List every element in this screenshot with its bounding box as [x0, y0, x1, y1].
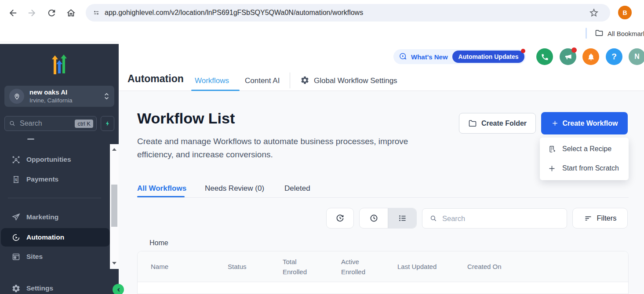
plus-icon: [551, 120, 559, 127]
phone-button[interactable]: [536, 48, 553, 65]
bookmarks-folder-icon[interactable]: [595, 29, 604, 37]
page-title: Automation: [127, 73, 184, 85]
time-view-button[interactable]: [360, 208, 388, 228]
opportunities-icon: [11, 155, 21, 164]
notifications-button[interactable]: [582, 48, 599, 65]
sidebar-divider: [8, 198, 101, 198]
column-header-active-enrolled[interactable]: Active Enrolled: [341, 257, 397, 277]
tabs-bottom-border: [137, 197, 629, 198]
clock-icon: [369, 213, 379, 223]
breadcrumb-home[interactable]: Home: [149, 239, 168, 247]
sidebar-collapse-button[interactable]: [113, 284, 124, 294]
column-header-total-enrolled[interactable]: Total Enrolled: [283, 257, 341, 277]
menu-item-label: Start from Scratch: [562, 164, 619, 172]
whats-new-pill[interactable]: What's New Automation Updates: [393, 49, 526, 64]
sidebar-item-opportunities[interactable]: Opportunities: [0, 150, 110, 169]
workflow-list-title: Workflow List: [137, 110, 235, 127]
help-button[interactable]: ?: [606, 48, 622, 65]
account-location: Irvine, California: [29, 97, 73, 105]
global-settings-gear-icon[interactable]: [300, 76, 309, 85]
execution-logs-button[interactable]: [326, 208, 354, 229]
scrollbar-down-arrow[interactable]: [112, 262, 116, 265]
column-header-created-on[interactable]: Created On: [467, 261, 502, 272]
automation-updates-badge[interactable]: Automation Updates: [452, 51, 525, 63]
location-switcher[interactable]: new oaks AI Irvine, California: [4, 86, 114, 107]
location-switcher-chevrons-icon[interactable]: [104, 93, 109, 99]
create-workflow-menu: Select a Recipe Start from Scratch: [540, 138, 629, 180]
bookmark-star-icon[interactable]: [589, 7, 599, 18]
bell-icon: [587, 53, 595, 61]
quick-actions-button[interactable]: [101, 116, 114, 131]
sidebar-item-label: Automation: [26, 233, 64, 241]
sidebar-item-marketing[interactable]: Marketing: [0, 208, 110, 226]
chevron-left-icon: [116, 287, 121, 293]
tab-all-workflows[interactable]: All Workflows: [137, 184, 186, 193]
app-header: What's New Automation Updates ? N Automa…: [119, 42, 644, 91]
lightning-icon: [105, 120, 111, 127]
tab-workflows[interactable]: Workflows: [195, 76, 229, 85]
filters-button[interactable]: Filters: [572, 208, 628, 229]
settings-gear-icon: [11, 284, 21, 293]
list-icon: [397, 213, 408, 223]
sidebar: new oaks AI Irvine, California ctrl K Op…: [0, 44, 119, 294]
tab-needs-review[interactable]: Needs Review (0): [205, 184, 264, 193]
create-workflow-button[interactable]: Create Workflow: [541, 112, 628, 134]
list-view-button[interactable]: [388, 208, 416, 228]
gohighlevel-logo: [48, 53, 70, 75]
plus-icon: [548, 164, 556, 173]
global-workflow-settings-link[interactable]: Global Workflow Settings: [314, 76, 397, 85]
automation-updates-label: Automation Updates: [458, 53, 519, 60]
scrollbar-up-arrow[interactable]: [112, 148, 116, 151]
workflow-list-page: Workflow List Create and manage Workflow…: [119, 91, 644, 294]
create-workflow-label: Create Workflow: [563, 120, 618, 127]
filters-label: Filters: [597, 214, 617, 222]
sidebar-search-input[interactable]: [19, 119, 65, 128]
site-settings-icon[interactable]: [92, 8, 101, 17]
automation-icon: [11, 233, 21, 242]
workflow-search-input[interactable]: [441, 214, 557, 223]
active-tab-underline: [137, 196, 185, 197]
menu-item-start-from-scratch[interactable]: Start from Scratch: [540, 159, 629, 178]
column-header-name[interactable]: Name: [151, 261, 228, 272]
question-mark-icon: ?: [611, 52, 617, 62]
recipe-document-icon: [548, 145, 556, 153]
browser-home-icon[interactable]: [66, 8, 76, 18]
column-header-last-updated[interactable]: Last Updated: [397, 261, 467, 272]
account-name: new oaks AI: [29, 88, 73, 97]
scrollbar-thumb[interactable]: [111, 185, 117, 227]
sidebar-item-label: Payments: [26, 175, 58, 183]
address-bar[interactable]: app.gohighlevel.com/v2/location/lnPS691g…: [86, 4, 610, 22]
location-pin-icon: [9, 89, 24, 104]
sidebar-item-settings[interactable]: Settings: [0, 279, 110, 294]
url-text: app.gohighlevel.com/v2/location/lnPS691g…: [105, 9, 363, 17]
history-clock-icon: [335, 213, 345, 223]
sidebar-item-automation[interactable]: Automation: [1, 228, 110, 247]
sidebar-item-sites[interactable]: Sites: [0, 247, 110, 266]
tab-content-ai[interactable]: Content AI: [245, 76, 280, 85]
avatar-initial: N: [634, 53, 640, 61]
notification-dot: [571, 47, 577, 53]
sidebar-item-label: Opportunities: [26, 156, 71, 163]
notification-dot: [521, 49, 525, 53]
workflow-search[interactable]: [422, 208, 567, 229]
megaphone-icon: [564, 53, 572, 61]
announcements-button[interactable]: [560, 48, 576, 65]
clipped-menu-item: [27, 138, 34, 140]
browser-toolbar: app.gohighlevel.com/v2/location/lnPS691g…: [0, 0, 644, 42]
browser-profile-avatar[interactable]: B: [618, 6, 632, 19]
whats-new-label: What's New: [411, 53, 448, 61]
browser-forward-icon[interactable]: [27, 8, 37, 18]
sidebar-search[interactable]: ctrl K: [4, 116, 97, 131]
user-avatar[interactable]: N: [629, 48, 644, 65]
create-folder-button[interactable]: Create Folder: [459, 113, 536, 134]
browser-reload-icon[interactable]: [47, 8, 57, 18]
sidebar-item-label: Marketing: [26, 213, 58, 221]
browser-back-icon[interactable]: [8, 8, 18, 18]
workflow-table: Name Status Total Enrolled Active Enroll…: [137, 251, 629, 294]
all-bookmarks-label[interactable]: All Bookmarks: [608, 30, 644, 37]
phone-icon: [541, 53, 549, 61]
menu-item-select-recipe[interactable]: Select a Recipe: [540, 139, 629, 159]
tab-deleted[interactable]: Deleted: [284, 184, 310, 193]
column-header-status[interactable]: Status: [228, 261, 283, 272]
sidebar-item-payments[interactable]: $ Payments: [0, 170, 110, 189]
